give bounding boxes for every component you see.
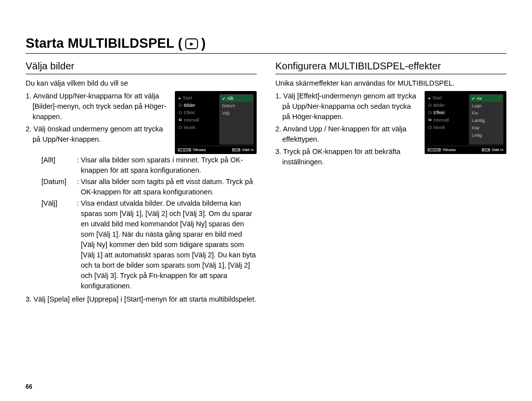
dot-icon	[179, 111, 182, 114]
dot-icon	[429, 111, 432, 114]
right-lead: Unika skärmeffekter kan användas för MUL…	[275, 79, 506, 87]
left-step-2: 2. Välj önskad undermeny genom att tryck…	[33, 124, 170, 145]
definition-list: [Allt] : Visar alla bilder som sparats i…	[26, 155, 257, 291]
menu-item: Musik	[184, 125, 196, 130]
play-icon: ▸	[179, 96, 181, 100]
title-suffix: )	[201, 36, 205, 51]
dot-icon	[429, 104, 432, 107]
submenu-item: Fin	[470, 110, 502, 117]
page-title: Starta MULTIBILDSPEL ( ▸ )	[26, 36, 506, 54]
footer-set: Ställ in	[242, 148, 254, 152]
check-icon: ✔	[472, 96, 475, 101]
menu-badge: MENU	[428, 148, 441, 152]
slideshow-icon: ▸	[185, 38, 198, 49]
left-step-3: 3. Välj [Spela] eller [Upprepa] i [Start…	[33, 294, 257, 305]
lcd-screenshot-bilder: ▸Start Bilder Effekt ⧉Intervall Musik ✔A…	[175, 91, 257, 154]
menu-item: Bilder	[433, 103, 445, 108]
menu-item: Effekt	[433, 110, 445, 115]
column-right: Konfigurera MULTIBILDSPEL-effekter Unika…	[275, 57, 506, 305]
submenu-item: Välj	[220, 110, 253, 117]
dot-icon	[179, 126, 182, 129]
slideshow-icon: ⧉	[429, 118, 432, 123]
dot-icon	[179, 104, 182, 107]
page-number: 66	[26, 383, 32, 390]
submenu-item: Klar	[470, 124, 502, 131]
menu-badge: MENU	[178, 148, 191, 152]
left-step-1: 1. Använd Upp/Ner-knapparna för att välj…	[33, 91, 170, 122]
submenu-item: Lugn	[470, 102, 502, 109]
def-val: Visar alla bilder som sparats i minnet. …	[81, 155, 257, 176]
menu-item: Start	[432, 95, 442, 100]
slideshow-icon: ⧉	[179, 118, 182, 123]
submenu-item: Lantlig	[470, 117, 502, 124]
def-val: Visa endast utvalda bilder. De utvalda b…	[81, 198, 257, 291]
menu-item: Intervall	[433, 118, 449, 123]
menu-item: Effekt	[184, 110, 195, 115]
ok-badge: OK	[482, 148, 490, 152]
dot-icon	[429, 126, 432, 129]
content-columns: Välja bilder Du kan välja vilken bild du…	[26, 57, 506, 305]
play-icon: ▸	[429, 96, 431, 100]
menu-item: Musik	[433, 125, 445, 130]
footer-back: Tillbaka	[193, 148, 206, 152]
right-heading: Konfigurera MULTIBILDSPEL-effekter	[275, 61, 506, 74]
left-lead: Du kan välja vilken bild du vill se	[26, 79, 257, 87]
lcd-screenshot-effekt: ▸Start Bilder Effekt ⧉Intervall Musik ✔A…	[425, 91, 506, 154]
def-val: Visar alla bilder som tagits på ett viss…	[81, 177, 257, 197]
ok-badge: OK	[232, 148, 240, 152]
left-heading: Välja bilder	[26, 61, 257, 74]
title-prefix: Starta MULTIBILDSPEL (	[26, 36, 182, 51]
check-icon: ✔	[222, 96, 226, 101]
right-step-1: 1. Välj [Effekt]-undermenyn genom att tr…	[282, 91, 420, 122]
column-left: Välja bilder Du kan välja vilken bild du…	[26, 57, 257, 305]
submenu-item: Av	[477, 96, 482, 101]
footer-set: Ställ in	[492, 148, 503, 152]
submenu-item: Allt	[227, 96, 233, 101]
menu-item: Bilder	[184, 103, 195, 108]
submenu-item: Livlig	[470, 132, 502, 139]
def-key: [Allt]	[41, 155, 77, 176]
def-key: [Datum]	[41, 177, 77, 197]
menu-item: Intervall	[184, 118, 200, 123]
right-step-2: 2. Använd Upp / Ner-knappen för att välj…	[282, 124, 420, 145]
def-key: [Välj]	[41, 198, 77, 291]
submenu-item: Datum	[220, 102, 253, 109]
menu-item: Start	[183, 95, 192, 100]
right-step-3: 3. Tryck på OK-knappen för att bekräfta …	[282, 147, 420, 167]
footer-back: Tillbaka	[442, 148, 456, 152]
